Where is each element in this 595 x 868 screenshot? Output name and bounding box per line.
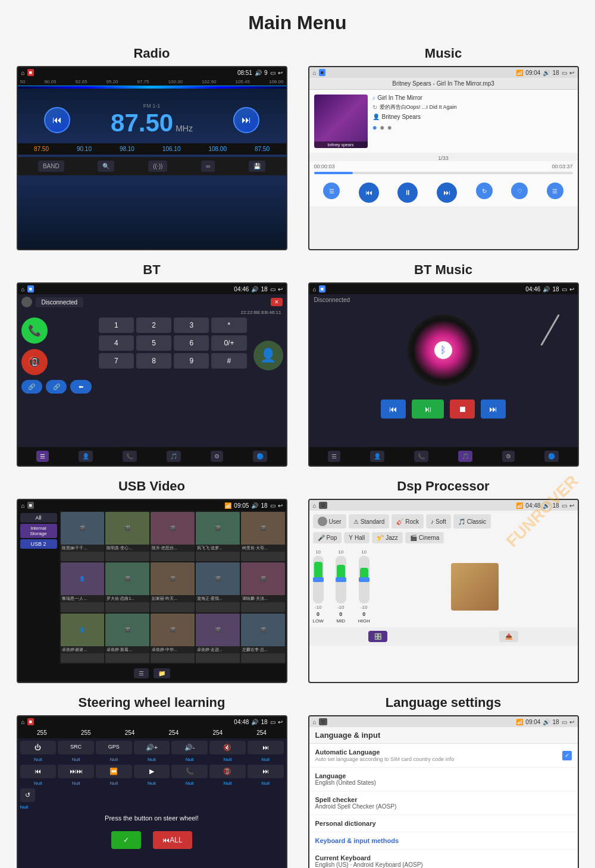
dsp-soft-btn[interactable]: ♪Soft [426,514,451,529]
dsp-band-high-track[interactable] [359,556,369,603]
lang-language-item[interactable]: Language English (United States) [309,768,578,791]
btmusic-prev-btn[interactable]: ⏮ [381,400,406,419]
usbvideo-folder-btn[interactable]: 📁 [154,668,170,678]
bt-disconnect-btn[interactable]: ✕ [271,298,283,306]
radio-scan-btn[interactable]: ∞ [201,161,215,172]
music-play-btn[interactable]: ⏸ [397,183,418,203]
btmusic-toolbar-settings[interactable]: ⚙ [502,451,515,462]
dsp-jazz-btn[interactable]: 🎷Jazz [372,532,403,543]
sw-call-btn[interactable]: 📞 [171,765,208,778]
steering-all-btn[interactable]: ⏮ALL [153,831,192,849]
radio-signal-btn[interactable]: ((·)) [148,161,167,172]
usbvideo-thumb-9[interactable]: 🎬渡海正·爱我... [196,562,240,612]
sw-power-btn[interactable]: ⏻ [20,741,57,754]
radio-preset-6[interactable]: 87.50 [255,146,270,152]
bt-key-5[interactable]: 5 [136,335,171,351]
music-next-btn[interactable]: ⏭ [437,183,457,203]
music-menu-btn[interactable]: ☰ [547,183,563,199]
btmusic-play-btn[interactable]: ⏯ [412,400,444,419]
bt-key-9[interactable]: 9 [174,353,209,369]
usbvideo-thumb-3[interactable]: 🎬陈升·把恶仿... [151,512,195,561]
dsp-standard-btn[interactable]: ⚠Standard [349,514,390,529]
music-playlist-btn[interactable]: ☰ [323,183,340,199]
usbvideo-thumb-13[interactable]: 🎬卓依婷·中华... [151,614,195,663]
bt-call-btn[interactable]: 📞 [21,317,48,344]
btmusic-toolbar-bt[interactable]: 🔵 [544,451,559,462]
btmusic-toolbar-contacts[interactable]: 👤 [370,451,384,462]
music-repeat-btn[interactable]: ↻ [476,183,493,199]
btmusic-toolbar-calls[interactable]: 📞 [414,451,428,462]
bt-key-4[interactable]: 4 [99,335,134,351]
music-fav-btn[interactable]: ♡ [511,183,528,199]
dsp-band-mid-track[interactable] [336,556,346,603]
usbvideo-thumb-1[interactable]: 🎬陈慧娴·千千... [61,512,105,561]
usbvideo-thumb-7[interactable]: 🎬罗大佑·恋曲1... [105,562,149,612]
usbvideo-thumb-2[interactable]: 🎬陈明真·变心... [105,512,149,561]
bt-toolbar-calls[interactable]: 📞 [123,451,137,462]
dsp-band-low-track[interactable] [313,556,324,603]
lang-keyboard-item[interactable]: Keyboard & input methods [309,832,578,850]
sw-vol-up-btn[interactable]: 🔊+ [134,741,170,754]
dsp-classic-btn[interactable]: 🎵Classic [453,514,491,529]
music-progress-bar[interactable] [314,172,573,174]
usbvideo-thumb-14[interactable]: 🎬卓依婷·走进... [196,614,240,663]
usbvideo-list-btn[interactable]: ☰ [134,668,149,678]
radio-search-btn[interactable]: 🔍 [98,161,114,172]
radio-prev-btn[interactable]: ⏮ [44,107,70,133]
usbvideo-internal-item[interactable]: Internal Storage [20,524,57,538]
sw-next-btn[interactable]: ⏭ [248,741,284,754]
usbvideo-thumb-10[interactable]: 🎬谭咏麟·关淡... [241,562,285,612]
dsp-hall-btn[interactable]: YHall [344,532,369,543]
bt-toolbar-contacts[interactable]: 👤 [79,451,93,462]
bt-toolbar-music[interactable]: 🎵 [167,451,181,462]
radio-next-btn[interactable]: ⏭ [233,107,259,133]
usbvideo-all-item[interactable]: All [20,513,57,523]
sw-gps-btn[interactable]: GPS [96,741,132,754]
bt-toolbar-menu[interactable]: ☰ [36,451,49,462]
btmusic-stop-btn[interactable]: ⏹ [450,400,475,419]
lang-current-item[interactable]: Current Keyboard English (US) · Android … [309,850,578,868]
usbvideo-thumb-15[interactable]: 🎬左麟右李·总... [241,614,285,663]
bt-action1[interactable]: 🔗 [21,380,42,394]
bt-key-2[interactable]: 2 [136,317,171,333]
radio-preset-1[interactable]: 87.50 [34,146,49,152]
music-prev-btn[interactable]: ⏮ [359,183,379,203]
usbvideo-thumb-6[interactable]: 👤黎瑞恩·一人... [61,562,105,612]
lang-auto-checkbox[interactable]: ✓ [562,751,572,760]
bt-hangup-btn[interactable]: 📵 [21,349,48,375]
bt-toolbar-settings[interactable]: ⚙ [211,451,223,462]
bt-key-0plus[interactable]: 0/+ [211,335,246,351]
dsp-share-btn[interactable]: 📤 [499,631,518,642]
lang-dict-item[interactable]: Personal dictionary [309,815,578,832]
btmusic-toolbar-music[interactable]: 🎵 [458,451,472,462]
bt-key-3[interactable]: 3 [174,317,209,333]
lang-spell-item[interactable]: Spell checker Android Spell Checker (AOS… [309,791,578,815]
bt-key-1[interactable]: 1 [99,317,134,333]
bt-key-8[interactable]: 8 [136,353,171,369]
bt-key-star[interactable]: * [211,317,246,333]
dsp-cinema-btn[interactable]: 🎬Cinema [405,532,444,543]
steering-ok-btn[interactable]: ✓ [111,831,141,849]
dsp-rock-btn[interactable]: 🎸Rock [392,514,424,529]
bt-key-7[interactable]: 7 [99,353,134,369]
sw-vol-down-btn[interactable]: 🔊- [171,741,208,754]
radio-preset-2[interactable]: 90.10 [77,146,92,152]
radio-preset-3[interactable]: 98.10 [120,146,134,152]
dsp-pop-btn[interactable]: 🎤Pop [313,532,342,543]
sw-skip-fwd-btn[interactable]: ⏭⏭ [58,765,94,778]
usbvideo-thumb-4[interactable]: 🎬凤飞飞·追梦... [196,512,240,561]
usbvideo-thumb-12[interactable]: 🎬卓依婷·新葛... [105,614,149,663]
sw-play-btn[interactable]: ▶ [134,765,170,778]
bt-action2[interactable]: 🔗 [46,380,67,394]
radio-save-btn[interactable]: 💾 [249,161,265,172]
usbvideo-thumb-11[interactable]: 👤卓依婷·谢谢... [61,614,105,663]
sw-prev-btn[interactable]: ⏮ [20,765,57,778]
usbvideo-usb2-item[interactable]: USB 2 [20,539,57,549]
sw-src-btn[interactable]: SRC [58,741,94,754]
usbvideo-thumb-5[interactable]: 🎬柯受良·大哥... [241,512,285,561]
radio-band-btn[interactable]: BAND [38,161,64,172]
dsp-eq-btn[interactable]: 🎛️ [368,631,387,642]
usbvideo-thumb-8[interactable]: 🎬彭家丽·昨天... [151,562,195,612]
dsp-user-btn[interactable]: User [313,514,346,529]
sw-rwd-btn[interactable]: ⏪ [96,765,132,778]
